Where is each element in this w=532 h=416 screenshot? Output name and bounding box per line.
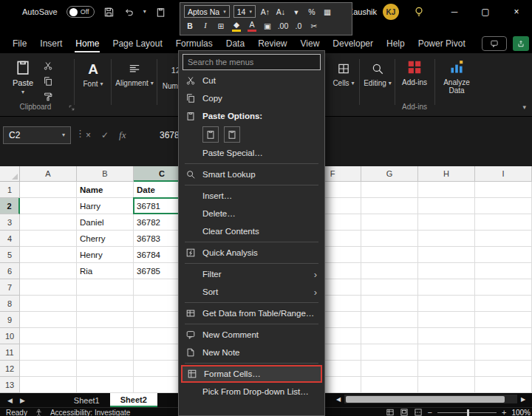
insert-function-icon[interactable]: fx xyxy=(119,129,126,141)
row-header-4[interactable]: 4 xyxy=(0,231,20,247)
cell-I8[interactable] xyxy=(475,296,532,312)
format-painter-button[interactable]: ✂ xyxy=(308,20,320,33)
paste-button[interactable]: Paste ▾ xyxy=(7,58,38,95)
context-menu-item-pick-from-drop-down-list[interactable]: Pick From Drop-down List… xyxy=(179,383,324,400)
customize-quick-access-icon[interactable] xyxy=(155,7,166,18)
column-header-G[interactable]: G xyxy=(361,166,418,182)
cell-G10[interactable] xyxy=(361,328,418,344)
increase-font-size-button[interactable]: A↑ xyxy=(259,5,271,18)
ribbon-tab-home[interactable]: Home xyxy=(69,35,106,53)
bold-button[interactable]: B xyxy=(184,20,196,33)
undo-dropdown-icon[interactable]: ▾ xyxy=(143,9,146,15)
cell-I4[interactable] xyxy=(475,231,532,247)
undo-icon[interactable] xyxy=(123,7,134,18)
cell-G5[interactable] xyxy=(361,247,418,263)
cell-A6[interactable] xyxy=(20,263,77,279)
context-menu-item-new-comment[interactable]: New Comment xyxy=(179,326,324,344)
editing-group-button[interactable]: Editing▾ xyxy=(361,62,394,87)
paste-keep-source-formatting-button[interactable] xyxy=(202,126,219,143)
zoom-slider[interactable] xyxy=(437,412,497,413)
column-header-H[interactable]: H xyxy=(418,166,475,182)
percent-style-button[interactable]: % xyxy=(306,5,318,18)
normal-view-button[interactable] xyxy=(386,408,395,416)
italic-button[interactable]: I xyxy=(200,20,211,33)
paste-values-button[interactable] xyxy=(224,126,240,143)
cell-H1[interactable] xyxy=(418,182,475,198)
page-layout-view-button[interactable] xyxy=(400,408,409,416)
cell-I7[interactable] xyxy=(475,279,532,296)
cell-H2[interactable] xyxy=(418,198,475,214)
name-box[interactable]: C2 ▾ xyxy=(3,126,71,144)
context-menu-item-copy[interactable]: Copy xyxy=(179,89,324,107)
context-menu-item-insert[interactable]: Insert… xyxy=(179,187,324,205)
font-group-button[interactable]: A Font▾ xyxy=(78,62,108,88)
cell-G9[interactable] xyxy=(361,312,418,328)
minimize-button[interactable]: ─ xyxy=(439,0,470,24)
autosave-toggle[interactable]: Off xyxy=(66,6,95,18)
context-menu-item-quick-analysis[interactable]: Quick Analysis xyxy=(179,244,324,262)
column-header-A[interactable]: A xyxy=(20,166,77,182)
cell-A1[interactable] xyxy=(20,182,77,198)
sheet-tab-sheet2[interactable]: Sheet2 xyxy=(110,393,157,407)
analyze-data-button[interactable]: Analyze Data xyxy=(437,59,476,95)
cell-H5[interactable] xyxy=(418,247,475,263)
horizontal-scrollbar[interactable]: ◀ ▶ xyxy=(334,394,528,404)
font-color-button[interactable]: A xyxy=(246,20,258,33)
cancel-entry-icon[interactable]: × xyxy=(86,130,91,140)
cell-A12[interactable] xyxy=(20,361,77,377)
cell-H8[interactable] xyxy=(418,296,475,312)
cell-A13[interactable] xyxy=(20,377,77,393)
column-header-I[interactable]: I xyxy=(475,166,532,182)
zoom-out-button[interactable]: − xyxy=(428,409,432,416)
format-painter-button[interactable] xyxy=(43,92,53,102)
cell-B5[interactable]: Henry xyxy=(77,247,134,263)
cell-G6[interactable] xyxy=(361,263,418,279)
increase-decimal-button[interactable]: .00 xyxy=(277,20,289,33)
font-size-select[interactable]: 14▾ xyxy=(233,5,256,18)
context-menu-item-delete[interactable]: Delete… xyxy=(179,205,324,222)
comments-button[interactable] xyxy=(482,36,507,51)
cell-B4[interactable]: Cherry xyxy=(77,231,134,247)
cell-G1[interactable] xyxy=(361,182,418,198)
share-button[interactable] xyxy=(513,36,529,51)
cell-H10[interactable] xyxy=(418,328,475,344)
cell-I3[interactable] xyxy=(475,214,532,231)
cell-H11[interactable] xyxy=(418,344,475,361)
cell-G2[interactable] xyxy=(361,198,418,214)
context-menu-item-new-note[interactable]: New Note xyxy=(179,344,324,361)
previous-sheet-icon[interactable]: ◀ xyxy=(7,397,13,404)
scrollbar-thumb[interactable] xyxy=(346,396,505,403)
cell-H6[interactable] xyxy=(418,263,475,279)
cell-I5[interactable] xyxy=(475,247,532,263)
context-menu-item-clear-contents[interactable]: Clear Contents xyxy=(179,222,324,240)
context-menu-item-format-cells[interactable]: Format Cells… xyxy=(181,365,322,383)
save-icon[interactable] xyxy=(103,7,115,18)
cell-B10[interactable] xyxy=(77,328,134,344)
context-menu-item-get-data-from-table-range[interactable]: Get Data from Table/Range… xyxy=(179,304,324,322)
row-header-11[interactable]: 11 xyxy=(0,344,20,361)
cell-B6[interactable]: Ria xyxy=(77,263,134,279)
cell-H4[interactable] xyxy=(418,231,475,247)
ribbon-tab-insert[interactable]: Insert xyxy=(33,35,69,53)
cell-G3[interactable] xyxy=(361,214,418,231)
ideas-lightbulb-icon[interactable] xyxy=(412,5,426,18)
confirm-entry-icon[interactable]: ✓ xyxy=(101,130,109,140)
format-as-table-button[interactable]: ▦ xyxy=(321,5,333,18)
alignment-group-button[interactable]: Alignment▾ xyxy=(114,62,155,87)
context-menu-item-cut[interactable]: Cut xyxy=(179,72,324,89)
cell-H7[interactable] xyxy=(418,279,475,296)
context-menu-item-paste-special[interactable]: Paste Special… xyxy=(179,144,324,162)
context-menu-search-input[interactable] xyxy=(183,54,321,70)
font-name-select[interactable]: Aptos Na▾ xyxy=(184,5,230,18)
row-header-10[interactable]: 10 xyxy=(0,328,20,344)
cell-G8[interactable] xyxy=(361,296,418,312)
cell-B12[interactable] xyxy=(77,361,134,377)
cell-G7[interactable] xyxy=(361,279,418,296)
row-header-1[interactable]: 1 xyxy=(0,182,20,198)
cell-I6[interactable] xyxy=(475,263,532,279)
cell-G4[interactable] xyxy=(361,231,418,247)
collapse-ribbon-icon[interactable]: ▾ xyxy=(522,103,526,111)
sheet-tab-sheet1[interactable]: Sheet1 xyxy=(64,393,110,407)
cell-H9[interactable] xyxy=(418,312,475,328)
ribbon-tab-page-layout[interactable]: Page Layout xyxy=(106,35,168,53)
